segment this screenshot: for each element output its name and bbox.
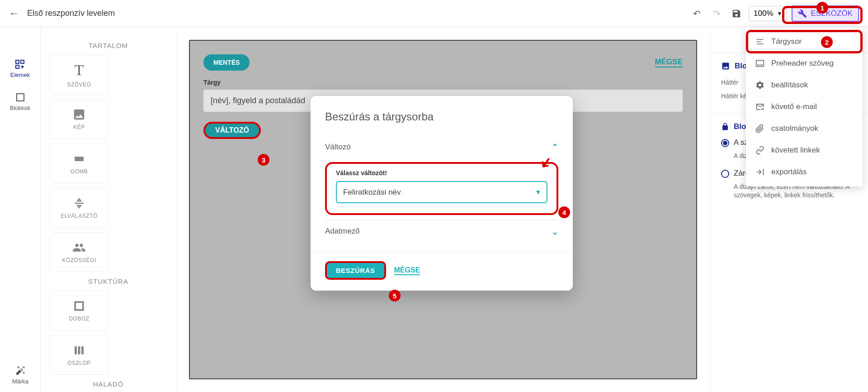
nav-blocks[interactable]: Blokkok bbox=[10, 92, 31, 111]
svg-rect-0 bbox=[16, 60, 19, 63]
modal-cancel-link[interactable]: MÉGSE bbox=[394, 266, 420, 275]
square-icon bbox=[15, 92, 26, 103]
chevron-down-icon: ▼ bbox=[777, 10, 783, 17]
variable-select[interactable]: Feliratkozási név ▾ bbox=[336, 181, 547, 203]
palette-section-content: TARTALOM bbox=[45, 42, 171, 49]
caption-icon bbox=[755, 59, 765, 68]
chevron-up-icon: ⌃ bbox=[552, 142, 558, 152]
annotation-badge-5: 5 bbox=[389, 290, 401, 301]
nav-elements[interactable]: Elemek bbox=[10, 59, 30, 78]
social-icon bbox=[72, 241, 86, 254]
palette-social[interactable]: KÖZÖSSÉGI bbox=[50, 232, 108, 272]
accordion-datafield[interactable]: Adatmező ⌃ bbox=[325, 220, 558, 243]
radio-unchecked-icon bbox=[721, 170, 729, 178]
nav-brand-label: Márka bbox=[12, 378, 28, 385]
svg-rect-4 bbox=[75, 157, 84, 161]
palette-box[interactable]: DOBOZ bbox=[50, 291, 108, 330]
attachment-icon bbox=[755, 124, 765, 133]
nav-blocks-label: Blokkok bbox=[10, 105, 31, 111]
insert-variable-modal: Beszúrás a tárgysorba Változó ⌃ Válassz … bbox=[311, 96, 573, 291]
svg-rect-2 bbox=[16, 65, 19, 68]
button-icon bbox=[72, 152, 86, 166]
radio-checked-icon bbox=[721, 139, 729, 147]
image-icon bbox=[72, 108, 86, 121]
prop-bg-label: Háttér bbox=[721, 79, 738, 86]
canvas-save-button[interactable]: MENTÉS bbox=[203, 54, 250, 71]
link-icon bbox=[755, 146, 765, 155]
svg-rect-7 bbox=[78, 346, 80, 354]
variable-select-value: Feliratkozási név bbox=[343, 188, 401, 197]
columns-icon bbox=[72, 344, 86, 357]
redo-icon[interactable]: ↷ bbox=[709, 6, 724, 21]
mail-send-icon bbox=[755, 102, 765, 111]
chevron-down-icon: ⌃ bbox=[552, 226, 558, 236]
menu-tracked-links[interactable]: követett linkek bbox=[746, 139, 863, 161]
menu-export[interactable]: exportálás bbox=[746, 161, 863, 183]
svg-rect-3 bbox=[17, 94, 24, 101]
menu-preheader[interactable]: Preheader szöveg bbox=[746, 53, 863, 74]
undo-icon[interactable]: ↶ bbox=[689, 6, 704, 21]
lines-icon bbox=[755, 37, 765, 46]
menu-settings[interactable]: beállítások bbox=[746, 74, 863, 96]
annotation-badge-3: 3 bbox=[258, 154, 269, 166]
variable-select-box: Válassz változót! Feliratkozási név ▾ bbox=[325, 162, 558, 215]
variable-select-label: Válassz változót! bbox=[336, 169, 547, 177]
divider-icon bbox=[72, 196, 86, 210]
nav-elements-label: Elemek bbox=[10, 72, 30, 78]
palette-image[interactable]: KÉP bbox=[50, 99, 108, 139]
chevron-down-icon: ▾ bbox=[536, 187, 540, 197]
svg-rect-6 bbox=[75, 346, 77, 354]
menu-subject-line[interactable]: Tárgysor bbox=[746, 31, 863, 53]
variable-button[interactable]: VÁLTOZÓ bbox=[203, 122, 261, 139]
back-arrow-icon[interactable]: ← bbox=[9, 8, 19, 19]
zoom-select[interactable]: 100% ▼ bbox=[749, 6, 787, 21]
left-nav: Elemek Blokkok bbox=[0, 27, 41, 392]
annotation-badge-1: 1 bbox=[816, 2, 828, 14]
menu-tracking-email[interactable]: követő e-mail bbox=[746, 96, 863, 118]
nav-brand[interactable]: Márka bbox=[0, 358, 41, 392]
subject-label: Tárgy bbox=[203, 79, 683, 86]
wand-icon bbox=[15, 365, 26, 376]
zoom-value: 100% bbox=[754, 9, 773, 18]
image-block-icon bbox=[721, 62, 730, 71]
menu-attachments[interactable]: csatolmányok bbox=[746, 118, 863, 139]
palette-divider[interactable]: ELVÁLASZTÓ bbox=[50, 188, 108, 228]
palette-column[interactable]: OSZLOP bbox=[50, 335, 108, 375]
save-icon[interactable] bbox=[729, 6, 744, 21]
box-icon bbox=[72, 299, 86, 313]
app-header: ← Első reszponzív levelem ↶ ↷ 100% ▼ ESZ… bbox=[0, 0, 868, 27]
document-title: Első reszponzív levelem bbox=[27, 9, 115, 18]
palette-section-structure: STUKTÚRA bbox=[45, 277, 171, 285]
svg-rect-8 bbox=[81, 346, 84, 354]
palette-text[interactable]: T SZÖVEG bbox=[50, 55, 108, 95]
svg-rect-5 bbox=[75, 302, 83, 310]
palette-button[interactable]: GOMB bbox=[50, 143, 108, 183]
canvas-cancel-link[interactable]: MÉGSE bbox=[655, 57, 683, 67]
svg-rect-1 bbox=[21, 60, 24, 63]
elements-palette: TARTALOM T SZÖVEG KÉP GOMB bbox=[41, 27, 176, 392]
modal-title: Beszúrás a tárgysorba bbox=[311, 110, 573, 123]
annotation-badge-4: 4 bbox=[558, 206, 570, 218]
palette-section-advanced: HALADÓ bbox=[45, 380, 171, 388]
accordion-variable[interactable]: Változó ⌃ bbox=[325, 136, 558, 158]
text-icon: T bbox=[75, 62, 84, 79]
export-icon bbox=[755, 167, 765, 177]
annotation-badge-2: 2 bbox=[821, 36, 833, 48]
tools-dropdown: Tárgysor Preheader szöveg beállítások kö… bbox=[746, 27, 863, 186]
insert-button[interactable]: BESZÚRÁS bbox=[325, 261, 386, 280]
lock-icon bbox=[721, 123, 729, 131]
gear-icon bbox=[755, 81, 765, 90]
grid-add-icon bbox=[14, 59, 25, 70]
